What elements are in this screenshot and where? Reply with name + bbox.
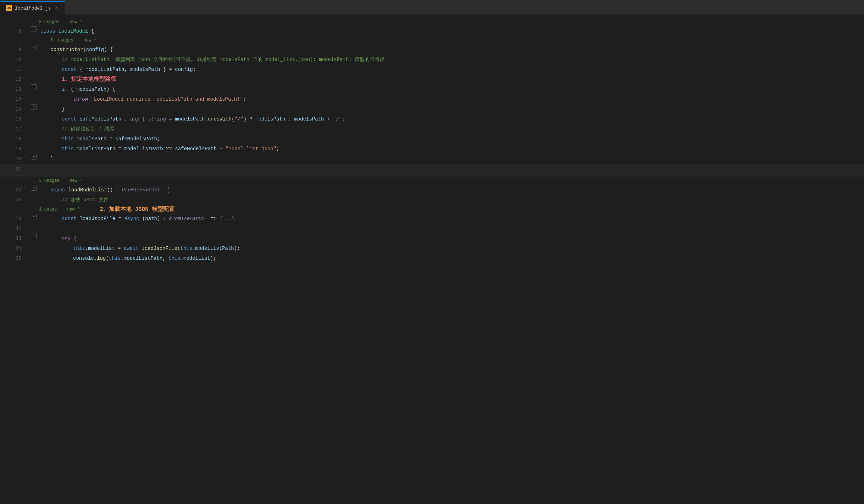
code-line-24: 24 + const loadJsonFile = async (path) :… <box>0 214 864 224</box>
code-content-23: // 加载 JSON 文件 <box>39 195 864 205</box>
code-content-19: this.modelListPath = modelListPath ?? sa… <box>39 144 864 154</box>
code-line-19: 19 this.modelListPath = modelListPath ??… <box>0 144 864 154</box>
line-number-19: 19 <box>0 144 28 154</box>
line-number-9: 9 <box>0 45 28 55</box>
code-content-11: const { modelListPath, modelsPath } = co… <box>39 65 864 74</box>
code-line-10: 10 // modelListPath: 模型列表 json 文件路径(可不填,… <box>0 55 864 65</box>
line-number-24: 24 <box>0 214 28 224</box>
usage-hint-line-22: 3 usages new * <box>0 177 864 185</box>
line-number-12: 12 <box>0 74 28 84</box>
fold-icon-24[interactable]: + <box>31 214 37 219</box>
gutter-22[interactable]: − <box>28 185 39 191</box>
code-line-20: 20 + } <box>0 154 864 164</box>
gutter-33[interactable]: − <box>28 234 39 239</box>
code-content-16: const safeModelsPath : any | string = mo… <box>39 114 864 124</box>
code-content-12: 1、指定本地模型路径 <box>39 74 864 84</box>
code-content-33: try { <box>39 234 864 243</box>
code-line-33: 33 − try { <box>0 234 864 243</box>
gutter-24[interactable]: + <box>28 214 39 219</box>
line-number-17: 17 <box>0 124 28 134</box>
code-content-17: // 确保路径以 / 结尾 <box>39 124 864 134</box>
line-number-22: 22 <box>0 185 28 195</box>
file-tab[interactable]: JS localModel.js × <box>0 1 65 15</box>
fold-icon-15[interactable]: + <box>31 104 37 110</box>
code-line-35: 35 console.log(this.modelListPath, this.… <box>0 253 864 263</box>
code-area: 3 usages new * 8 − class LocalModel { 5+… <box>0 15 864 504</box>
usage-hint-line-24: 1 usage new * 2、加载本地 JSON 模型配置 <box>0 205 864 214</box>
fold-icon-33[interactable]: − <box>31 234 37 239</box>
code-content-13: if (!modelsPath) { <box>39 84 864 94</box>
code-line-34: 34 this.modelList = await loadJsonFile(t… <box>0 243 864 253</box>
code-content-15: } <box>39 104 864 114</box>
code-content-10: // modelListPath: 模型列表 json 文件路径(可不填, 就是… <box>39 55 864 65</box>
gutter-20[interactable]: + <box>28 154 39 159</box>
code-line-17: 17 // 确保路径以 / 结尾 <box>0 124 864 134</box>
gutter-13[interactable]: − <box>28 84 39 90</box>
annotation-2: 2、加载本地 JSON 模型配置 <box>100 206 175 213</box>
line-number-32: 32 <box>0 224 28 234</box>
line-number-35: 35 <box>0 253 28 263</box>
line-number-15: 15 <box>0 104 28 114</box>
line-number-11: 11 <box>0 65 28 74</box>
usage-text-24: 1 usage new * <box>39 207 80 212</box>
code-line-14: 14 throw "LocalModel requires modelListP… <box>0 94 864 104</box>
tab-filename: localModel.js <box>15 6 51 11</box>
code-line-21: 21 <box>0 164 864 175</box>
line-number-21: 21 <box>0 164 28 174</box>
code-line-15: 15 + } <box>0 104 864 114</box>
fold-icon-9[interactable]: − <box>31 45 37 50</box>
code-content-8: class LocalModel { <box>39 26 864 36</box>
line-number-20: 20 <box>0 154 28 164</box>
code-content-34: this.modelList = await loadJsonFile(this… <box>39 243 864 253</box>
line-number-23: 23 <box>0 195 28 205</box>
line-number-16: 16 <box>0 114 28 124</box>
code-content-14: throw "LocalModel requires modelListPath… <box>39 94 864 104</box>
gutter-15[interactable]: + <box>28 104 39 110</box>
tab-close-button[interactable]: × <box>54 5 59 11</box>
code-content-20: } <box>39 154 864 164</box>
code-line-18: 18 this.modelsPath = safeModelsPath; <box>0 134 864 144</box>
usage-text-22: 3 usages new * <box>39 178 82 183</box>
gutter-8[interactable]: − <box>28 26 39 32</box>
code-content-24: const loadJsonFile = async (path) : Prom… <box>39 214 864 224</box>
line-number-14: 14 <box>0 94 28 104</box>
fold-icon-20[interactable]: + <box>31 154 37 159</box>
fold-icon-13[interactable]: − <box>31 84 37 90</box>
code-content-22: async loadModelList() : Promise<void> { <box>39 185 864 195</box>
line-number-10: 10 <box>0 55 28 65</box>
usage-text-8: 3 usages new * <box>39 19 82 24</box>
fold-icon-22[interactable]: − <box>31 185 37 191</box>
code-content-18: this.modelsPath = safeModelsPath; <box>39 134 864 144</box>
js-file-icon: JS <box>6 5 12 11</box>
usage-hint-line-8: 3 usages new * <box>0 18 864 26</box>
usage-hint-line-9: 5+ usages new * <box>0 36 864 45</box>
line-number-18: 18 <box>0 134 28 144</box>
usage-text-9: 5+ usages new * <box>50 38 96 43</box>
line-number-8: 8 <box>0 26 28 36</box>
code-line-12: 12 1、指定本地模型路径 <box>0 74 864 84</box>
fold-icon-8[interactable]: − <box>31 26 37 32</box>
code-line-13: 13 − if (!modelsPath) { <box>0 84 864 94</box>
code-content-21 <box>39 164 864 174</box>
code-line-8: 8 − class LocalModel { <box>0 26 864 36</box>
code-line-23: 23 // 加载 JSON 文件 <box>0 195 864 205</box>
code-content-9: constructor(config) { <box>39 45 864 55</box>
code-content-35: console.log(this.modelListPath, this.mod… <box>39 253 864 263</box>
code-line-9: 9 − constructor(config) { <box>0 45 864 55</box>
gutter-9[interactable]: − <box>28 45 39 50</box>
code-line-11: 11 const { modelListPath, modelsPath } =… <box>0 65 864 74</box>
code-line-22: 22 − async loadModelList() : Promise<voi… <box>0 185 864 195</box>
line-number-13: 13 <box>0 84 28 94</box>
line-number-33: 33 <box>0 234 28 243</box>
line-number-34: 34 <box>0 243 28 253</box>
code-line-16: 16 const safeModelsPath : any | string =… <box>0 114 864 124</box>
editor-container: JS localModel.js × 3 usages new * 8 − cl… <box>0 0 864 504</box>
code-content-32 <box>39 224 864 234</box>
code-line-32: 32 <box>0 224 864 234</box>
tab-bar: JS localModel.js × <box>0 0 864 15</box>
